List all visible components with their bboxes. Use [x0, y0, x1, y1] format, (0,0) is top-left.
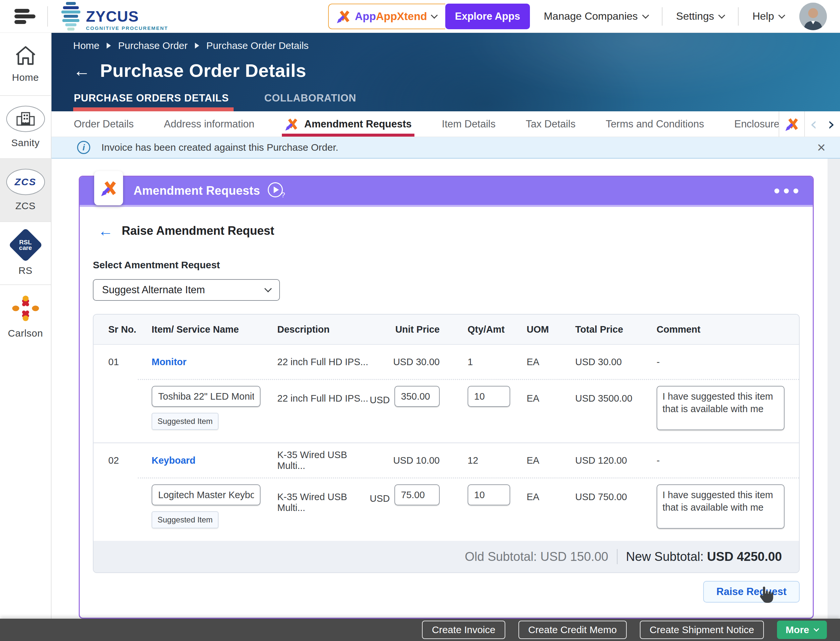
suggested-comment-textarea[interactable]: I have suggested this item that is avail… [657, 484, 785, 529]
subtab-order-details[interactable]: Order Details [74, 111, 134, 137]
subtab-label: Item Details [442, 118, 496, 130]
card-title: Amendment Requests [133, 184, 260, 198]
subtab-item-details[interactable]: Item Details [442, 111, 496, 137]
create-credit-memo-button[interactable]: Create Credit Memo [519, 621, 627, 639]
more-options-icon[interactable] [774, 188, 798, 193]
appxtend-icon [284, 117, 298, 131]
home-icon [14, 45, 37, 67]
carlson-flower-logo [11, 294, 40, 322]
selected-value: Suggest Alternate Item [102, 284, 205, 296]
sidebar-item-label: RS [18, 265, 32, 276]
breadcrumb-current: Purchase Order Details [206, 40, 309, 51]
breadcrumb: Home Purchase Order Purchase Order Detai… [73, 40, 840, 51]
item-link-keyboard[interactable]: Keyboard [152, 455, 196, 465]
tab-purchase-orders-details[interactable]: PURCHASE ORDERS DETAILS [73, 92, 234, 111]
select-amendment-label: Select Amentment Request [93, 259, 800, 271]
brand-tagline: COGNITIVE PROCUREMENT [86, 26, 168, 31]
suggested-item-badge: Suggested Item [152, 413, 218, 430]
info-banner: i Invoice has been created against this … [51, 137, 840, 159]
create-invoice-button[interactable]: Create Invoice [422, 621, 505, 639]
sidebar-item-label: Carlson [8, 328, 43, 339]
info-icon: i [77, 141, 90, 154]
breadcrumb-separator-icon [195, 43, 199, 48]
suggested-unit-price-input[interactable] [394, 484, 440, 506]
col-sr-no: Sr No. [93, 324, 138, 335]
sidebar-item-zcs[interactable]: ZCS ZCS [0, 159, 51, 222]
create-shipment-notice-button[interactable]: Create Shipment Notice [640, 621, 764, 639]
zycus-mark-icon [60, 2, 81, 31]
subtab-amendment-requests[interactable]: Amendment Requests [284, 111, 411, 137]
subtab-label: Tax Details [526, 118, 575, 130]
back-arrow-icon[interactable]: ← [73, 62, 90, 79]
sidebar-item-sanity[interactable]: Sanity [0, 96, 51, 159]
user-avatar[interactable] [799, 3, 827, 30]
col-comment: Comment [635, 324, 799, 335]
appxtend-label: AppAppXtendAppXtend [355, 10, 427, 23]
subtab-tax-details[interactable]: Tax Details [526, 111, 575, 137]
suggested-unit-price-input[interactable] [394, 386, 440, 407]
scroll-tabs-right-icon[interactable]: › [822, 115, 840, 133]
amendment-type-select[interactable]: Suggest Alternate Item [93, 279, 280, 301]
close-icon[interactable]: × [817, 140, 826, 155]
app-sidebar: Home Sanity ZCS ZCS RSL [0, 33, 51, 618]
sidebar-item-rs[interactable]: RSLcare RS [0, 222, 51, 285]
work-area: Amendment Requests ? ← Raise Amendment R… [51, 159, 840, 618]
suggested-item-name-input[interactable] [152, 386, 260, 407]
currency-label: USD [370, 388, 390, 406]
subtotal-bar: Old Subtotal: USD 150.00 New Subtotal: U… [93, 541, 799, 572]
currency-label: USD [370, 486, 390, 504]
help-video-button[interactable]: ? [268, 182, 285, 199]
col-uom: UOM [507, 324, 559, 335]
appxtend-tab[interactable] [779, 111, 805, 137]
item-link-monitor[interactable]: Monitor [152, 357, 186, 367]
sidebar-item-carlson[interactable]: Carlson [0, 285, 51, 348]
help-menu[interactable]: Help [752, 10, 784, 23]
back-arrow-icon[interactable]: ← [98, 223, 113, 238]
suggested-qty-input[interactable] [467, 484, 510, 506]
appxtend-menu[interactable]: AppAppXtendAppXtend [328, 3, 445, 29]
suggested-qty-input[interactable] [467, 386, 510, 407]
chevron-down-icon [265, 285, 272, 293]
breadcrumb-purchase-order[interactable]: Purchase Order [118, 40, 188, 51]
divider [738, 7, 739, 26]
settings-menu[interactable]: Settings [676, 10, 724, 23]
raise-request-button[interactable]: Raise Request [703, 581, 800, 602]
subtab-address-information[interactable]: Address information [164, 111, 255, 137]
zycus-logo: ZYCUS COGNITIVE PROCUREMENT [60, 2, 168, 31]
amendment-requests-card: Amendment Requests ? ← Raise Amendment R… [79, 176, 814, 618]
subtab-label: Amendment Requests [304, 118, 411, 130]
appxtend-icon [785, 117, 799, 131]
scroll-tabs-left-icon[interactable]: ‹ [805, 115, 822, 133]
col-description: Description [267, 324, 369, 335]
settings-label: Settings [676, 10, 714, 23]
action-bar: Create Invoice Create Credit Memo Create… [0, 618, 840, 641]
sidebar-item-home[interactable]: Home [0, 33, 51, 96]
tab-collaboration[interactable]: COLLABORATION [264, 92, 361, 111]
breadcrumb-home[interactable]: Home [73, 40, 100, 51]
chevron-down-icon [718, 12, 725, 19]
main-tabs: PURCHASE ORDERS DETAILS COLLABORATION [73, 92, 361, 111]
subtab-enclosures[interactable]: Enclosures [734, 111, 785, 137]
manage-companies-menu[interactable]: Manage Companies [544, 10, 648, 23]
col-item-name: Item/ Service Name [138, 324, 267, 335]
help-label: Help [752, 10, 774, 23]
menu-icon[interactable] [14, 9, 35, 24]
appxtend-icon [336, 9, 350, 24]
top-bar: ZYCUS COGNITIVE PROCUREMENT AppAppXtendA… [0, 0, 840, 33]
chevron-down-icon [430, 12, 437, 19]
divider [47, 6, 48, 27]
detail-subtabs: Order Details Address information Amendm… [51, 111, 840, 137]
suggested-comment-textarea[interactable]: I have suggested this item that is avail… [657, 386, 785, 430]
scrollbar-gutter[interactable] [827, 159, 840, 618]
zcs-logo: ZCS [6, 169, 45, 195]
sidebar-item-label: ZCS [15, 200, 36, 211]
sidebar-item-label: Home [12, 72, 39, 83]
divider [662, 7, 662, 26]
table-row: 02 Keyboard K-35 Wired USB Multi... USD … [93, 443, 799, 477]
suggested-item-name-input[interactable] [152, 484, 260, 506]
appxtend-icon [100, 180, 117, 197]
subtab-label: Terms and Conditions [606, 118, 704, 130]
subtab-terms-and-conditions[interactable]: Terms and Conditions [606, 111, 704, 137]
more-button[interactable]: More [777, 621, 827, 639]
explore-apps-button[interactable]: Explore Apps [445, 3, 530, 29]
